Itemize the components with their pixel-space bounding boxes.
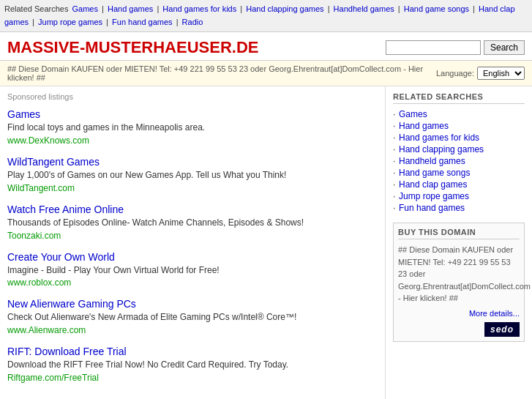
search-input[interactable] [386,40,481,55]
domain-message-bar: ## Diese Domain KAUFEN oder MIETEN! Tel:… [0,61,532,86]
top-navigation: Related Searches Games | Hand games | Ha… [0,0,532,32]
related-searches-label: Related Searches [4,4,68,13]
site-title: MASSIVE-MUSTERHAEUSER.DE [7,38,258,57]
left-content: Sponsored listings Games Find local toys… [0,86,386,399]
ad-item: New Alienware Gaming PCs Check Out Alien… [7,298,378,335]
ad-item: Create Your Own World Imagine - Build - … [7,251,378,288]
search-button[interactable]: Search [484,40,525,55]
ad-title-link[interactable]: Watch Free Anime Online [7,204,124,215]
language-label: Language: [436,69,474,78]
domain-message-text: ## Diese Domain KAUFEN oder MIETEN! Tel:… [7,64,436,82]
related-search-link[interactable]: Jump rope games [393,190,525,202]
ad-title-link[interactable]: Games [7,108,40,120]
sponsored-label: Sponsored listings [7,92,378,101]
right-sidebar: RELATED SEARCHES GamesHand gamesHand gam… [386,86,532,399]
ad-url: www.Alienware.com [7,325,378,335]
buy-domain-text: ## Diese Domain KAUFEN oder MIETEN! Tel:… [398,244,520,305]
ad-description: Download the RIFT Free Trial Now! No Cre… [7,359,378,371]
related-searches-title: RELATED SEARCHES [393,92,525,104]
ad-item: Watch Free Anime Online Thousands of Epi… [7,204,378,241]
language-select[interactable]: English [477,67,525,80]
related-search-link[interactable]: Hand game songs [393,167,525,179]
ad-title: WildTangent Games [7,156,378,168]
ads-list: Games Find local toys and games in the M… [7,108,378,383]
ad-title-link[interactable]: WildTangent Games [7,156,100,168]
ad-description: Thousands of Episodes Online- Watch Anim… [7,217,378,229]
ad-title: Watch Free Anime Online [7,204,378,215]
related-search-link[interactable]: Hand clap games [393,179,525,190]
header: MASSIVE-MUSTERHAEUSER.DE Search [0,32,532,61]
ad-url: WildTangent.com [7,183,378,193]
related-links-list: GamesHand gamesHand games for kidsHand c… [393,108,525,214]
ad-item: WildTangent Games Play 1,000's of Games … [7,156,378,193]
ad-title-link[interactable]: Create Your Own World [7,251,115,263]
ad-title: Create Your Own World [7,251,378,263]
top-nav-links: Games | Hand games | Hand games for kids… [4,4,515,26]
ad-url: Toonzaki.com [7,231,378,241]
ad-title: RIFT: Download Free Trial [7,346,378,357]
related-search-link[interactable]: Handheld games [393,155,525,167]
sedo-logo: sedo [398,322,520,337]
ad-url: www.roblox.com [7,277,378,288]
ad-description: Imagine - Build - Play Your Own Virtual … [7,264,378,277]
ad-url: www.DexKnows.com [7,135,378,146]
related-search-link[interactable]: Games [393,108,525,120]
ad-description: Find local toys and games in the Minneap… [7,122,378,134]
ad-title: New Alienware Gaming PCs [7,298,378,310]
related-search-link[interactable]: Hand clapping games [393,143,525,155]
sedo-badge: sedo [484,322,520,337]
ad-title: Games [7,108,378,120]
ad-item: Games Find local toys and games in the M… [7,108,378,146]
ad-title-link[interactable]: New Alienware Gaming PCs [7,298,136,310]
language-selector: Language: English [436,67,525,80]
ad-title-link[interactable]: RIFT: Download Free Trial [7,346,127,357]
search-box: Search [386,40,525,55]
ad-description: Play 1,000's of Games on our New Games A… [7,169,378,182]
more-details-link[interactable]: More details... [398,309,520,318]
related-search-link[interactable]: Fun hand games [393,202,525,214]
buy-domain-section: BUY THIS DOMAIN ## Diese Domain KAUFEN o… [393,223,525,342]
ad-url: Riftgame.com/FreeTrial [7,373,378,383]
related-search-link[interactable]: Hand games [393,120,525,132]
related-search-link[interactable]: Hand games for kids [393,132,525,143]
ad-item: RIFT: Download Free Trial Download the R… [7,346,378,383]
main-layout: Sponsored listings Games Find local toys… [0,86,532,399]
ad-description: Check Out Alienware's New Armada of Elit… [7,311,378,324]
buy-domain-title: BUY THIS DOMAIN [398,228,520,239]
related-searches-section: RELATED SEARCHES GamesHand gamesHand gam… [393,92,525,214]
